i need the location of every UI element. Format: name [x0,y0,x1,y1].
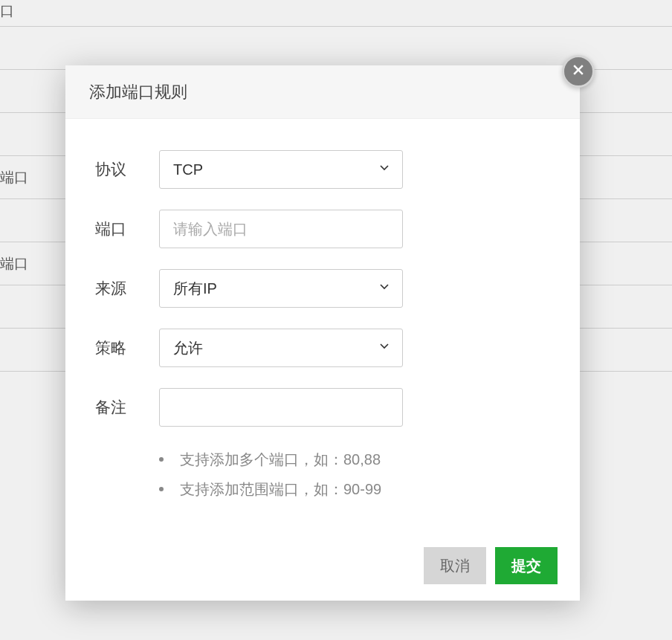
select-source-value: 所有IP [173,279,217,299]
chevron-down-icon [377,161,392,179]
bullet-icon [159,457,164,462]
chevron-down-icon [377,279,392,298]
dialog-body: 协议 TCP 端口 来源 所有IP 策略 允许 备注 [65,119,580,534]
hint-text: 支持添加范围端口，如：90-99 [180,474,381,504]
select-policy-value: 允许 [173,338,203,358]
select-protocol-value: TCP [173,161,203,178]
hint-item: 支持添加多个端口，如：80,88 [159,445,553,474]
label-port: 端口 [92,219,141,239]
add-port-rule-dialog: 添加端口规则 协议 TCP 端口 来源 所有IP 策略 允许 [65,65,580,601]
row-protocol: 协议 TCP [92,150,553,189]
input-remark[interactable] [159,388,403,427]
hint-item: 支持添加范围端口，如：90-99 [159,474,553,504]
close-button[interactable] [562,55,595,88]
bullet-icon [159,487,164,491]
submit-button[interactable]: 提交 [495,547,558,584]
hint-text: 支持添加多个端口，如：80,88 [180,445,381,474]
label-source: 来源 [92,278,141,299]
row-policy: 策略 允许 [92,329,553,367]
dialog-header: 添加端口规则 [65,65,580,119]
select-source[interactable]: 所有IP [159,269,403,308]
label-protocol: 协议 [92,159,141,180]
label-remark: 备注 [92,397,141,418]
hints-list: 支持添加多个端口，如：80,88 支持添加范围端口，如：90-99 [92,440,553,520]
close-icon [571,62,586,80]
select-policy[interactable]: 允许 [159,329,403,367]
select-protocol[interactable]: TCP [159,150,403,189]
row-remark: 备注 [92,388,553,427]
chevron-down-icon [377,339,392,358]
row-source: 来源 所有IP [92,269,553,308]
dialog-footer: 取消 提交 [65,534,580,601]
input-port[interactable] [159,210,403,248]
label-policy: 策略 [92,337,141,358]
dialog-title: 添加端口规则 [89,81,187,103]
row-port: 端口 [92,210,553,248]
cancel-button[interactable]: 取消 [424,547,486,584]
